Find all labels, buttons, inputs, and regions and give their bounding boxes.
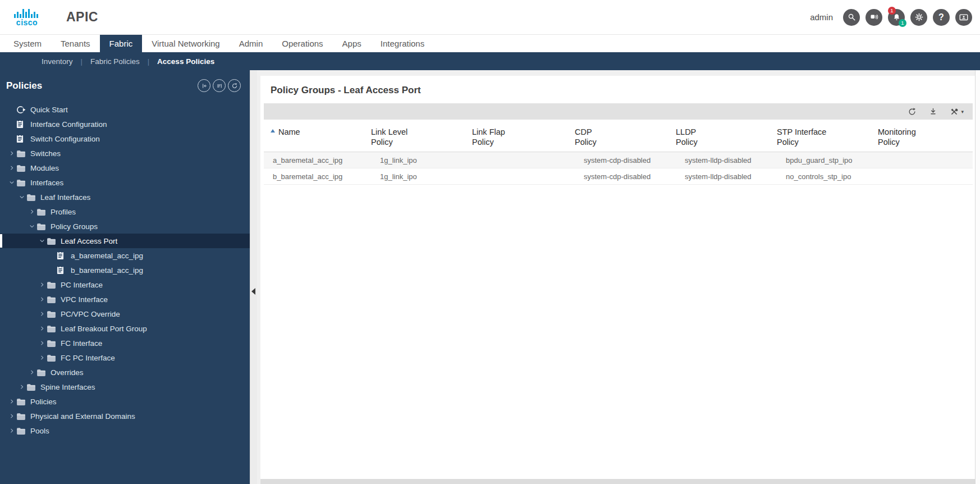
column-header-stp-interface[interactable]: STP InterfacePolicy [777,123,878,152]
system-tools-button[interactable] [955,9,972,26]
tree-item-quick-start[interactable]: Quick Start [0,102,250,117]
help-button[interactable]: ? [933,9,950,26]
subnav-item-fabric-policies[interactable]: Fabric Policies [83,57,148,66]
table-download-button[interactable] [928,107,938,116]
column-header-link-level[interactable]: Link LevelPolicy [371,123,472,152]
tree-caret[interactable] [7,150,16,156]
tree-item-overrides[interactable]: Overrides [0,365,250,380]
tree-caret[interactable] [27,369,36,375]
settings-button[interactable] [910,9,927,26]
tree-filter-button[interactable] [213,79,226,92]
tree-item-physical-and-external-domains[interactable]: Physical and External Domains [0,409,250,423]
subnav-item-access-policies[interactable]: Access Policies [149,57,222,66]
tree-caret[interactable] [17,194,26,200]
folder-icon-wrap [16,179,27,186]
tree-caret[interactable] [7,399,16,404]
tree-item-leaf-interfaces[interactable]: Leaf Interfaces [0,190,250,204]
tree-caret[interactable] [27,209,36,214]
tab-virtual-networking[interactable]: Virtual Networking [142,35,229,52]
tree-item-label: Physical and External Domains [30,412,135,421]
table-actions-button[interactable]: ▾ [949,107,964,117]
tree-refresh-button[interactable] [228,79,241,92]
tab-apps[interactable]: Apps [333,35,371,52]
tree-caret[interactable] [7,165,16,171]
tree-item-modules[interactable]: Modules [0,161,250,175]
collapse-all-button[interactable] [198,79,210,92]
document-icon [16,120,24,129]
tree-caret[interactable] [37,355,47,360]
sidebar-splitter[interactable] [250,70,257,484]
tree-caret[interactable] [7,180,16,185]
tree-caret[interactable] [7,413,16,419]
tree-item-profiles[interactable]: Profiles [0,204,250,219]
tree-item-interfaces[interactable]: Interfaces [0,175,250,190]
walkthrough-icon [869,12,879,22]
folder-icon-wrap [26,194,37,201]
tree-item-fc-pc-interface[interactable]: FC PC Interface [0,350,250,365]
tree-caret[interactable] [37,238,47,244]
tree-caret[interactable] [17,384,26,390]
tree-item-pc-vpc-override[interactable]: PC/VPC Override [0,307,250,321]
help-icon: ? [938,12,944,22]
column-header-lldp[interactable]: LLDPPolicy [676,123,777,152]
sidebar-collapse-handle[interactable] [251,288,255,295]
notifications-button[interactable]: 1 1 [888,9,905,26]
tree-item-switches[interactable]: Switches [0,146,250,161]
folder-icon-wrap [47,340,57,347]
tree-item-leaf-breakout-port-group[interactable]: Leaf Breakout Port Group [0,321,250,336]
tree-item-switch-configuration[interactable]: Switch Configuration [0,131,250,146]
tab-system[interactable]: System [4,35,51,52]
tab-tenants[interactable]: Tenants [51,35,100,52]
vertical-scrollbar[interactable] [975,70,980,484]
column-header-link-flap[interactable]: Link FlapPolicy [472,123,575,152]
tree-item-pools[interactable]: Pools [0,423,250,438]
tab-fabric[interactable]: Fabric [100,35,143,52]
folder-icon [26,383,36,391]
subnav-item-inventory[interactable]: Inventory [34,57,81,66]
chevron-right-icon [9,428,15,433]
horizontal-scrollbar[interactable] [260,479,975,484]
tools-icon [949,107,959,117]
tree-caret[interactable] [37,311,47,317]
tree-caret[interactable] [37,340,47,346]
sidebar-title: Policies [6,80,42,92]
search-button[interactable] [843,9,860,26]
chevron-right-icon [9,150,15,156]
tab-admin[interactable]: Admin [230,35,273,52]
main-content: Policy Groups - Leaf Access Port [257,70,980,484]
tree-caret[interactable] [27,223,36,229]
table-row[interactable]: a_baremetal_acc_ipg1g_link_iposystem-cdp… [264,152,973,168]
tab-operations[interactable]: Operations [272,35,332,52]
refresh-icon [907,107,917,117]
user-menu[interactable]: admin [810,12,833,22]
tree-item-a-baremetal-acc-ipg[interactable]: a_baremetal_acc_ipg [0,248,250,263]
column-header-name[interactable]: Name [264,123,371,152]
column-header-monitoring[interactable]: MonitoringPolicy [878,123,973,152]
policy-groups-table: NameLink LevelPolicyLink FlapPolicyCDPPo… [264,123,973,185]
tree-item-policy-groups[interactable]: Policy Groups [0,219,250,234]
cisco-logo: cisco [12,8,42,26]
table-cell: 1g_link_ipo [371,152,472,168]
tree-item-fc-interface[interactable]: FC Interface [0,336,250,350]
tree-item-pc-interface[interactable]: PC Interface [0,277,250,292]
tree-caret[interactable] [7,428,16,433]
folder-icon-wrap [16,413,27,420]
table-row[interactable]: b_baremetal_acc_ipg1g_link_iposystem-cdp… [264,168,973,185]
tree-item-policies[interactable]: Policies [0,394,250,409]
tab-integrations[interactable]: Integrations [371,35,434,52]
alert-badge: 1 [888,7,896,15]
tree-item-interface-configuration[interactable]: Interface Configuration [0,117,250,131]
tree-item-leaf-access-port[interactable]: Leaf Access Port [0,234,250,248]
column-label: Policy [575,137,597,147]
folder-icon [26,194,36,201]
tree-caret[interactable] [37,296,47,302]
tree-caret[interactable] [37,326,47,331]
table-refresh-button[interactable] [907,107,917,117]
tree-item-vpc-interface[interactable]: VPC Interface [0,292,250,307]
tree-item-b-baremetal-acc-ipg[interactable]: b_baremetal_acc_ipg [0,263,250,277]
walkthrough-button[interactable] [865,9,882,26]
tree-caret[interactable] [37,282,47,287]
tree-item-label: Interface Configuration [30,120,107,129]
tree-item-spine-interfaces[interactable]: Spine Interfaces [0,380,250,394]
column-header-cdp[interactable]: CDPPolicy [575,123,676,152]
